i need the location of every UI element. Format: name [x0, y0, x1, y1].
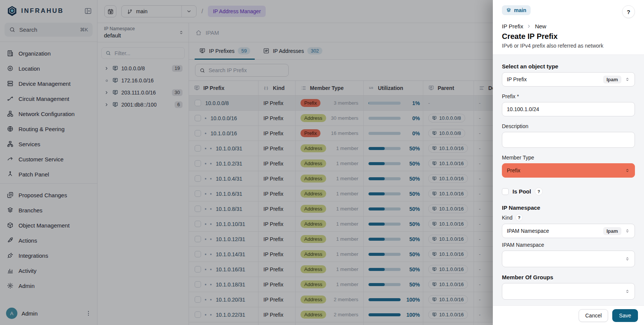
kind-select[interactable]: IPAM Namespace Ipam [502, 224, 635, 238]
kind-help-icon[interactable]: ? [516, 214, 523, 221]
updown-chevron-icon [625, 256, 630, 262]
description-field[interactable] [502, 132, 635, 148]
ipam-badge: Ipam [603, 227, 621, 235]
chevron-right-icon [526, 24, 531, 29]
object-type-value: IP Prefix [507, 76, 527, 82]
member-of-groups-label: Member Of Groups [502, 274, 635, 280]
member-type-label: Member Type [502, 155, 635, 161]
member-of-groups-select[interactable] [502, 283, 635, 300]
drawer-breadcrumb-root[interactable]: IP Prefix [502, 23, 523, 29]
updown-chevron-icon [625, 228, 630, 234]
help-button[interactable]: ? [622, 5, 635, 18]
is-pool-checkbox[interactable] [502, 188, 509, 195]
drawer-title: Create IP Prefix [502, 32, 635, 41]
is-pool-label: Is Pool [512, 188, 531, 195]
drawer-breadcrumb: IP Prefix New [502, 23, 635, 29]
object-type-select[interactable]: IP Prefix Ipam [502, 72, 635, 87]
member-type-value: Prefix [507, 167, 520, 173]
updown-chevron-icon [625, 289, 630, 294]
description-field-label: Description [502, 123, 635, 129]
save-button[interactable]: Save [612, 309, 638, 322]
drawer-form: Select an object type IP Prefix Ipam Pre… [493, 54, 644, 305]
create-ip-prefix-drawer: main ? IP Prefix New Create IP Prefix IP… [493, 0, 644, 325]
dim-overlay [0, 0, 493, 325]
ipam-namespace-select[interactable] [502, 251, 635, 267]
drawer-header: main ? IP Prefix New Create IP Prefix IP… [493, 0, 644, 54]
prefix-field-label: Prefix * [502, 93, 635, 99]
prefix-field[interactable]: 10.100.1.0/24 [502, 102, 635, 116]
kind-label-text: Kind [502, 215, 512, 221]
prefix-field-value: 10.100.1.0/24 [507, 106, 539, 112]
ipam-badge: Ipam [603, 76, 621, 84]
drawer-branch-badge[interactable]: main [502, 5, 531, 15]
is-pool-help-icon[interactable]: ? [535, 187, 543, 195]
drawer-breadcrumb-current: New [535, 23, 546, 29]
kind-label: Kind ? [502, 214, 635, 221]
cancel-button[interactable]: Cancel [579, 309, 608, 322]
app-window: INFRAHUB Search ⌘K OrganizationLocationD… [0, 0, 644, 325]
drawer-footer: Cancel Save [493, 305, 644, 325]
updown-chevron-icon [625, 168, 630, 173]
kind-value: IPAM Namespace [507, 228, 549, 234]
ip-namespace-section-title: IP Namespace [502, 204, 635, 211]
updown-chevron-icon [625, 77, 630, 82]
member-type-select[interactable]: Prefix [502, 163, 635, 178]
ipam-namespace-label: IPAM Namespace [502, 242, 635, 248]
object-type-label: Select an object type [502, 63, 635, 70]
layers-icon [506, 8, 511, 13]
drawer-branch-name: main [514, 7, 526, 13]
drawer-subtitle: IPv6 or IPv4 prefix also referred as net… [502, 43, 635, 49]
